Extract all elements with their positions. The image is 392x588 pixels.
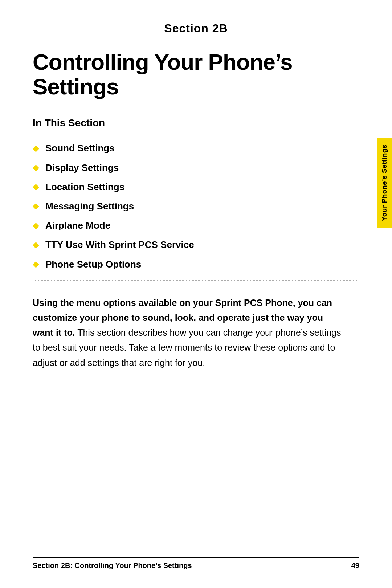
toc-item-label: Sound Settings [45,143,115,154]
bottom-divider [33,280,359,281]
side-tab: Your Phone’s Settings [377,138,392,228]
diamond-icon: ◆ [33,260,39,269]
footer-left-text: Section 2B: Controlling Your Phone’s Set… [33,562,192,570]
toc-item-label: Display Settings [45,162,119,173]
side-tab-text: Your Phone’s Settings [380,144,388,221]
toc-item-label: Messaging Settings [45,201,134,212]
toc-item-label: TTY Use With Sprint PCS Service [45,239,194,250]
toc-list-item: ◆Display Settings [33,162,359,173]
section-label: Section 2B [33,22,359,35]
intro-paragraph: Using the menu options available on your… [33,295,345,370]
in-this-section-header: In This Section [33,117,359,129]
intro-normal: This section describes how you can chang… [33,327,341,368]
toc-item-label: Phone Setup Options [45,259,141,270]
toc-list-item: ◆Sound Settings [33,143,359,154]
diamond-icon: ◆ [33,221,39,230]
toc-list-item: ◆Airplane Mode [33,220,359,231]
page-container: Section 2B Controlling Your Phone’s Sett… [0,0,392,588]
footer: Section 2B: Controlling Your Phone’s Set… [33,557,359,570]
toc-list-item: ◆Location Settings [33,181,359,193]
diamond-icon: ◆ [33,201,39,211]
page-title: Controlling Your Phone’s Settings [33,50,359,99]
diamond-icon: ◆ [33,163,39,172]
footer-page-number: 49 [351,562,359,570]
toc-list-item: ◆TTY Use With Sprint PCS Service [33,239,359,250]
toc-item-label: Location Settings [45,181,124,193]
diamond-icon: ◆ [33,144,39,153]
top-divider [33,132,359,132]
diamond-icon: ◆ [33,182,39,192]
toc-list-item: ◆Phone Setup Options [33,259,359,270]
toc-list: ◆Sound Settings◆Display Settings◆Locatio… [33,143,359,270]
toc-list-item: ◆Messaging Settings [33,201,359,212]
diamond-icon: ◆ [33,240,39,250]
toc-item-label: Airplane Mode [45,220,110,231]
